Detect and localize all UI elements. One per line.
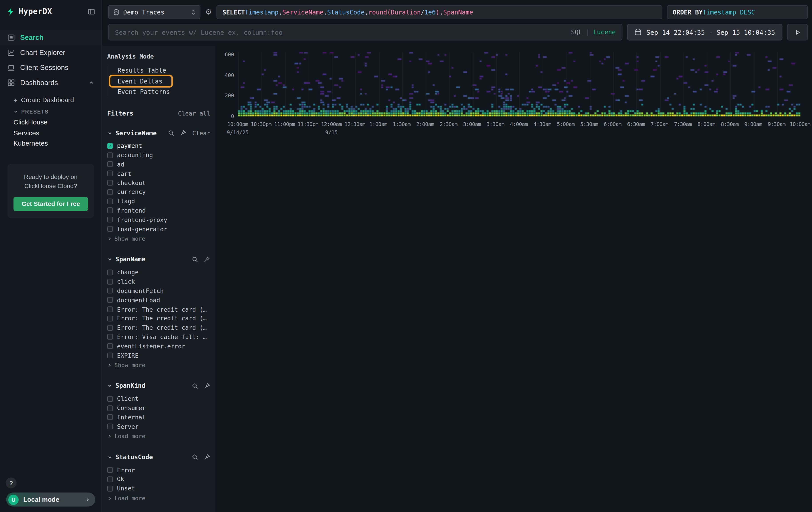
facet-option-consumer[interactable]: Consumer (107, 404, 210, 413)
facet-option-frontend[interactable]: frontend (107, 206, 210, 215)
facet-option-accounting[interactable]: accounting (107, 151, 210, 160)
sql-mode-toggle[interactable]: SQL (571, 28, 582, 36)
show-more-button[interactable]: Show more (107, 360, 210, 370)
checkbox[interactable] (107, 161, 113, 167)
time-range-picker[interactable]: Sep 14 22:04:35 - Sep 15 10:04:35 (627, 24, 782, 41)
pin-icon[interactable] (203, 256, 210, 263)
sidebar-item-clickhouse[interactable]: ClickHouse (13, 117, 102, 128)
facet-option-checkout[interactable]: checkout (107, 178, 210, 187)
chevron-down-icon[interactable] (107, 455, 112, 460)
checkbox-checked[interactable] (107, 143, 113, 149)
facet-option-error-the-credit-card[interactable]: Error: The credit card (… (107, 314, 210, 323)
checkbox[interactable] (107, 316, 113, 321)
checkbox[interactable] (107, 424, 113, 429)
clear-all-button[interactable]: Clear all (178, 110, 210, 117)
checkbox[interactable] (107, 152, 113, 158)
sidebar-item-kubernetes[interactable]: Kubernetes (13, 138, 102, 149)
facet-option-internal[interactable]: Internal (107, 413, 210, 422)
sidebar-item-chart-explorer[interactable]: Chart Explorer (0, 45, 102, 60)
checkbox[interactable] (107, 476, 113, 482)
checkbox[interactable] (107, 467, 113, 473)
analysis-mode-results-table[interactable]: Results Table (115, 65, 168, 76)
facet-option-documentfetch[interactable]: documentFetch (107, 286, 210, 295)
search-icon[interactable] (192, 454, 198, 460)
search-icon[interactable] (192, 383, 198, 389)
chevron-up-icon[interactable] (88, 80, 94, 86)
facet-option-error-visa-cache-full[interactable]: Error: Visa cache full: … (107, 332, 210, 342)
load-more-button[interactable]: Load more (107, 432, 210, 441)
checkbox[interactable] (107, 198, 113, 204)
clear-facet-button[interactable]: Clear (192, 129, 210, 137)
checkbox[interactable] (107, 343, 113, 349)
checkbox[interactable] (107, 180, 113, 186)
get-started-button[interactable]: Get Started for Free (13, 197, 88, 211)
chevron-down-icon[interactable] (107, 131, 112, 136)
checkbox[interactable] (107, 189, 113, 195)
checkbox[interactable] (107, 171, 113, 177)
checkbox[interactable] (107, 306, 113, 312)
data-source-select[interactable]: Demo Traces (108, 5, 201, 19)
pin-icon[interactable] (180, 130, 186, 136)
checkbox[interactable] (107, 405, 113, 411)
analysis-mode-event-patterns[interactable]: Event Patterns (115, 87, 172, 97)
facet-option-documentload[interactable]: documentLoad (107, 295, 210, 304)
user-menu[interactable]: U Local mode (6, 493, 95, 507)
facet-option-unset[interactable]: Unset (107, 484, 210, 493)
presets-toggle[interactable]: PRESETS (13, 106, 102, 117)
sidebar-collapse-icon[interactable] (88, 7, 95, 16)
gear-icon[interactable]: ⚙ (205, 8, 212, 16)
facet-option-currency[interactable]: currency (107, 187, 210, 196)
checkbox[interactable] (107, 226, 113, 232)
facet-option-error-the-credit-card[interactable]: Error: The credit card (… (107, 305, 210, 314)
pin-icon[interactable] (203, 454, 210, 460)
checkbox[interactable] (107, 208, 113, 214)
sidebar-item-services[interactable]: Services (13, 128, 102, 138)
checkbox[interactable] (107, 414, 113, 420)
sidebar-item-dashboards[interactable]: Dashboards (0, 75, 102, 90)
facet-option-error-the-credit-card[interactable]: Error: The credit card (… (107, 323, 210, 332)
facet-option-load-generator[interactable]: load-generator (107, 224, 210, 234)
create-dashboard-button[interactable]: + Create Dashboard (13, 95, 102, 106)
checkbox[interactable] (107, 353, 113, 358)
order-by-input[interactable]: ORDER BY Timestamp DESC (667, 5, 808, 19)
run-query-button[interactable] (787, 24, 808, 41)
show-more-button[interactable]: Show more (107, 234, 210, 243)
facet-option-error[interactable]: Error (107, 465, 210, 475)
pin-icon[interactable] (203, 383, 210, 389)
select-clause-input[interactable]: SELECT Timestamp, ServiceName, StatusCod… (217, 5, 662, 19)
facet-option-expire[interactable]: EXPIRE (107, 351, 210, 360)
search-icon[interactable] (168, 130, 175, 136)
facet-option-eventlistener-error[interactable]: eventListener.error (107, 342, 210, 351)
load-more-button[interactable]: Load more (107, 493, 210, 503)
sidebar-item-search[interactable]: Search (0, 30, 102, 45)
facet-option-cart[interactable]: cart (107, 169, 210, 178)
checkbox[interactable] (107, 334, 113, 340)
facet-option-frontend-proxy[interactable]: frontend-proxy (107, 215, 210, 224)
analysis-mode-event-deltas[interactable]: Event Deltas (115, 76, 165, 87)
chevron-down-icon[interactable] (107, 257, 112, 262)
facet-option-client[interactable]: Client (107, 394, 210, 403)
chevron-down-icon[interactable] (107, 383, 112, 388)
facet-option-flagd[interactable]: flagd (107, 196, 210, 206)
checkbox[interactable] (107, 396, 113, 402)
lucene-mode-toggle[interactable]: Lucene (593, 28, 616, 36)
checkbox[interactable] (107, 297, 113, 303)
checkbox[interactable] (107, 217, 113, 223)
facet-option-ok[interactable]: Ok (107, 475, 210, 484)
checkbox[interactable] (107, 270, 113, 275)
heatmap-plot[interactable] (238, 52, 800, 117)
checkbox[interactable] (107, 288, 113, 294)
checkbox[interactable] (107, 325, 113, 330)
facet-option-server[interactable]: Server (107, 422, 210, 431)
facet-option-payment[interactable]: payment (107, 141, 210, 151)
filter-group-spanname: SpanNamechangeclickdocumentFetchdocument… (107, 256, 210, 370)
facet-option-click[interactable]: click (107, 277, 210, 286)
search-input[interactable]: Search your events w/ Lucene ex. column:… (108, 24, 622, 41)
search-icon[interactable] (192, 256, 198, 263)
checkbox[interactable] (107, 279, 113, 285)
sidebar-item-client-sessions[interactable]: Client Sessions (0, 60, 102, 75)
facet-option-change[interactable]: change (107, 268, 210, 277)
facet-option-ad[interactable]: ad (107, 160, 210, 169)
help-button[interactable]: ? (6, 478, 17, 488)
checkbox[interactable] (107, 486, 113, 491)
